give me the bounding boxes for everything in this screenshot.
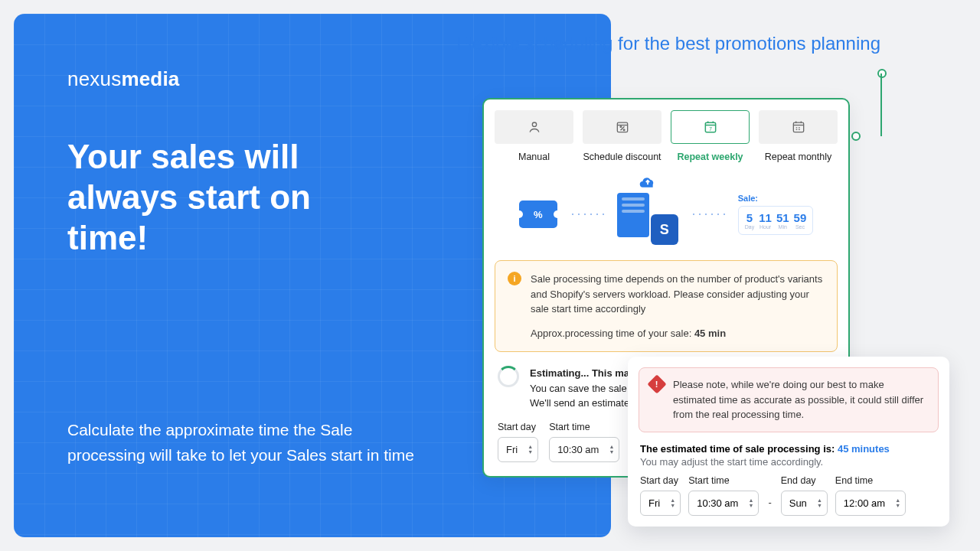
shopify-bag-icon [651, 214, 678, 245]
stepper-icon: ▲▼ [748, 497, 753, 508]
start-time-label: Start time [688, 475, 759, 486]
stepper-icon: ▲▼ [670, 497, 675, 508]
server-illustration [617, 184, 678, 245]
end-day-label: End day [781, 475, 828, 486]
processing-info-banner: i Sale processing time depends on the nu… [495, 260, 838, 352]
estimate-line: The estimated time of sale processing is… [640, 443, 937, 455]
tab-label: Schedule discount [583, 152, 661, 162]
logo-thin: nexus [67, 67, 121, 90]
calendar-month-icon [759, 110, 838, 144]
info-text: Sale processing time depends on the numb… [531, 272, 825, 317]
tab-label: Manual [518, 152, 550, 162]
svg-point-2 [620, 126, 622, 128]
stepper-icon: ▲▼ [528, 444, 533, 455]
end-day-select[interactable]: Sun ▲▼ [781, 491, 828, 516]
estimating-line: We'll send an estimate [530, 396, 635, 411]
server-icon [617, 193, 649, 237]
brand-logo: nexusmedia [67, 67, 550, 91]
process-illustration: % Sale: 5Day 11Hour 51Min 59Sec [484, 167, 848, 256]
estimating-line: You can save the sale [530, 381, 635, 396]
start-time-select[interactable]: 10:30 am ▲▼ [688, 491, 759, 516]
path-node-icon [877, 69, 887, 78]
logo-bold: media [121, 67, 179, 90]
svg-rect-1 [617, 122, 627, 132]
percent-label: % [534, 209, 543, 220]
discount-calendar-icon [583, 110, 662, 144]
tagline: Flexible scheduling for the best promoti… [456, 31, 880, 57]
estimating-title: Estimating... This may [530, 366, 635, 381]
tab-schedule-discount[interactable]: Schedule discount [583, 110, 662, 162]
end-time-select[interactable]: 12:00 am ▲▼ [835, 491, 906, 516]
stepper-icon: ▲▼ [609, 444, 614, 455]
tab-manual[interactable]: Manual [495, 110, 573, 162]
countdown-seconds: 59 [794, 211, 807, 224]
start-day-label: Start day [640, 475, 681, 486]
countdown-hours: 11 [759, 211, 772, 224]
person-icon [495, 110, 573, 144]
dots-connector-icon [570, 213, 605, 216]
path-vertical [880, 73, 882, 136]
spinner-icon [498, 366, 519, 387]
coupon-icon: % [519, 201, 557, 228]
schedule-tabs: Manual Schedule discount 7 Repeat weekly… [484, 99, 848, 167]
warning-banner: ! Please note, while we're doing our bes… [639, 367, 939, 432]
start-time-select[interactable]: 10:30 am ▲▼ [549, 437, 619, 462]
start-day-select[interactable]: Fri ▲▼ [640, 491, 681, 516]
countdown-label: Sale: [738, 194, 758, 203]
estimate-card: ! Please note, while we're doing our bes… [628, 357, 949, 527]
calendar-week-icon: 7 [671, 110, 750, 144]
start-day-label: Start day [498, 422, 538, 432]
svg-text:7: 7 [709, 126, 712, 132]
tab-label: Repeat monthly [765, 152, 832, 162]
estimate-note: You may adjust the start time accordingl… [640, 456, 937, 468]
cloud-upload-icon [637, 174, 658, 190]
schedule-fields-2: Start day Fri ▲▼ Start time 10:30 am ▲▼ … [639, 475, 939, 516]
path-horizontal [859, 136, 882, 138]
stepper-icon: ▲▼ [817, 497, 822, 508]
warning-text: Please note, while we're doing our best … [673, 377, 927, 422]
countdown-days: 5 [745, 211, 754, 224]
svg-point-0 [532, 122, 536, 126]
dots-connector-icon [691, 213, 726, 216]
svg-point-3 [623, 129, 625, 131]
range-dash: - [768, 497, 771, 516]
countdown: Sale: 5Day 11Hour 51Min 59Sec [738, 194, 814, 235]
tab-repeat-monthly[interactable]: Repeat monthly [759, 110, 838, 162]
approx-time: Approx.processing time of your sale: 45 … [531, 326, 825, 341]
end-time-label: End time [835, 475, 906, 486]
warning-icon: ! [647, 374, 666, 393]
sub-headline: Calculate the approximate time the Sale … [67, 417, 420, 468]
info-icon: i [508, 272, 521, 285]
start-time-label: Start time [549, 422, 619, 432]
tab-label: Repeat weekly [677, 152, 743, 162]
stepper-icon: ▲▼ [895, 497, 900, 508]
tab-repeat-weekly[interactable]: 7 Repeat weekly [671, 110, 750, 162]
countdown-minutes: 51 [776, 211, 789, 224]
start-day-select[interactable]: Fri ▲▼ [498, 437, 538, 462]
path-node-icon [851, 132, 861, 141]
headline: Your sales will always start on time! [67, 137, 389, 258]
